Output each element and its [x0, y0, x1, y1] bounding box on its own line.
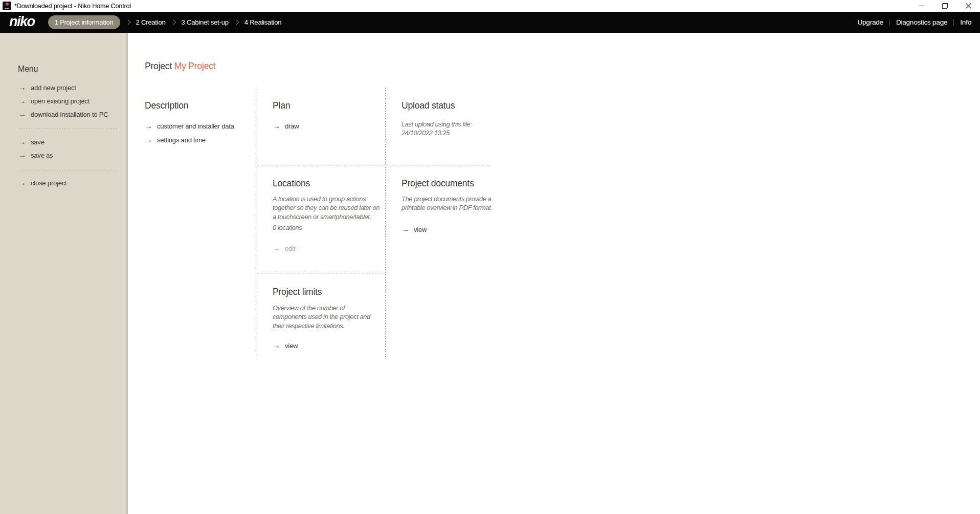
body-line: The project documents provide a: [402, 195, 492, 203]
link-label: view: [285, 342, 298, 350]
locations-count: 0 locations: [273, 223, 380, 232]
grid-divider-vertical: [257, 88, 257, 358]
tab-project-information[interactable]: 1 Project information: [48, 15, 120, 29]
body-line: components used in the project and: [273, 312, 370, 321]
sidebar-item-close-project[interactable]: → close project: [18, 178, 66, 188]
sidebar-item-label: open existing project: [31, 97, 90, 105]
grid-divider-horizontal: [257, 273, 385, 273]
info-link[interactable]: Info: [954, 18, 977, 26]
restore-button[interactable]: [933, 0, 956, 12]
view-project-limits-link[interactable]: → view: [273, 341, 370, 350]
card-project-documents: Project documents The project documents …: [402, 179, 492, 234]
arrow-right-icon: →: [273, 122, 280, 130]
window-controls: [909, 0, 980, 12]
view-project-documents-link[interactable]: → view: [402, 225, 492, 234]
tab-creation[interactable]: 2 Creation: [136, 18, 166, 26]
diagnostics-page-link[interactable]: Diagnostics page: [890, 18, 953, 26]
link-label: settings and time: [157, 136, 206, 144]
title-bar: niko *Downloaded project - Niko Home Con…: [0, 0, 980, 12]
page-title: Project My Project: [145, 61, 215, 72]
sidebar-item-label: download installation to PC: [31, 111, 108, 118]
customer-and-installer-data-link[interactable]: → customer and installer data: [145, 121, 234, 131]
body-line: A location is used to group actions: [273, 195, 380, 203]
app-icon: niko: [3, 2, 11, 10]
locations-description: A location is used to group actions toge…: [273, 195, 380, 221]
sidebar-item-download-installation[interactable]: → download installation to PC: [18, 109, 108, 119]
arrow-right-icon: →: [145, 122, 152, 130]
sidebar-item-open-existing-project[interactable]: → open existing project: [18, 96, 90, 106]
nav-right-links: Upgrade Diagnostics page Info: [852, 18, 977, 26]
arrow-right-icon: →: [18, 83, 26, 91]
card-heading: Description: [145, 101, 234, 111]
app-window: niko *Downloaded project - Niko Home Con…: [0, 0, 980, 514]
grid-divider-vertical: [385, 88, 386, 358]
arrow-right-icon: →: [18, 179, 26, 186]
body-line: a touchscreen or smartphone/tablet.: [273, 212, 380, 221]
sidebar-item-label: save as: [31, 152, 53, 159]
card-upload-status: Upload status Last upload using this fil…: [402, 101, 472, 138]
edit-locations-link[interactable]: → edit: [273, 244, 380, 253]
card-description: Description → customer and installer dat…: [145, 101, 234, 144]
minimize-icon: [919, 6, 924, 6]
sidebar-item-label: save: [31, 138, 44, 146]
chevron-right-icon: [171, 20, 176, 25]
menu-heading: Menu: [18, 65, 38, 74]
tab-cabinet-setup[interactable]: 3 Cabinet set-up: [182, 18, 229, 26]
app-icon-dot: [6, 3, 9, 6]
body-line: printable overview in PDF format.: [402, 203, 492, 212]
upload-timestamp: 24/10/2022 13:25: [402, 128, 472, 137]
card-plan: Plan → draw: [273, 101, 299, 131]
card-heading: Plan: [273, 101, 299, 111]
upload-status-text: Last upload using this file: 24/10/2022 …: [402, 120, 472, 138]
project-documents-description: The project documents provide a printabl…: [402, 195, 492, 212]
arrow-right-icon: →: [18, 138, 26, 145]
card-heading: Project documents: [402, 179, 492, 188]
chevron-right-icon: [234, 20, 239, 25]
sidebar-item-add-new-project[interactable]: → add new project: [18, 82, 76, 93]
link-label: draw: [285, 122, 299, 130]
body-line: Overview of the number of: [273, 304, 370, 312]
arrow-right-icon: →: [273, 341, 280, 349]
card-heading: Locations: [273, 179, 380, 188]
arrow-right-icon: →: [18, 97, 26, 104]
window-title: *Downloaded project - Niko Home Control: [14, 3, 131, 10]
arrow-right-icon: →: [18, 110, 26, 118]
link-label: view: [414, 226, 427, 233]
arrow-right-icon: →: [18, 151, 26, 159]
sidebar-item-label: add new project: [31, 84, 76, 92]
sidebar-item-save-as[interactable]: → save as: [18, 150, 53, 160]
tab-realisation[interactable]: 4 Realisation: [244, 18, 282, 26]
wizard-steps: 1 Project information 2 Creation 3 Cabin…: [48, 15, 282, 29]
menu-divider: [18, 170, 118, 170]
top-nav-bar: niko 1 Project information 2 Creation 3 …: [0, 12, 980, 33]
link-label: edit: [285, 245, 295, 252]
card-heading: Project limits: [273, 287, 370, 297]
draw-link[interactable]: → draw: [273, 121, 299, 131]
arrow-right-icon: →: [145, 136, 152, 143]
upgrade-link[interactable]: Upgrade: [852, 18, 889, 26]
sidebar-item-save[interactable]: → save: [18, 137, 44, 147]
card-heading: Upload status: [402, 101, 472, 111]
restore-icon: [942, 3, 948, 9]
body-line: Last upload using this file:: [402, 120, 472, 128]
arrow-right-icon: →: [402, 225, 409, 233]
niko-logo: niko: [9, 15, 35, 30]
app-icon-label: niko: [3, 8, 11, 10]
sidebar-item-label: close project: [31, 179, 66, 187]
link-label: customer and installer data: [157, 122, 234, 130]
minimize-button[interactable]: [909, 0, 933, 12]
card-project-limits: Project limits Overview of the number of…: [273, 287, 370, 350]
body-line: their respective limitations.: [273, 322, 370, 330]
settings-and-time-link[interactable]: → settings and time: [145, 135, 234, 144]
sidebar-menu: Menu → add new project → open existing p…: [0, 33, 128, 514]
close-button[interactable]: [956, 0, 980, 12]
project-limits-description: Overview of the number of components use…: [273, 304, 370, 330]
menu-divider: [18, 128, 118, 129]
arrow-right-icon: →: [273, 244, 280, 252]
card-locations: Locations A location is used to group ac…: [273, 179, 380, 253]
close-icon: [966, 3, 971, 9]
grid-divider-horizontal: [257, 165, 492, 165]
body-line: together so they can be reused later on: [273, 203, 380, 212]
chevron-right-icon: [125, 20, 130, 25]
project-name: My Project: [174, 61, 216, 71]
